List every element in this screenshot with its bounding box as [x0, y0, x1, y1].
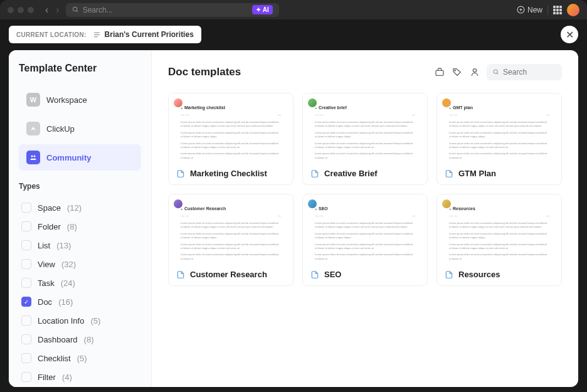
template-search-input[interactable] — [503, 68, 556, 77]
type-filter-folder[interactable]: Folder (8) — [19, 217, 141, 236]
main-content: Doc templates Marketing checklist ▪ ▪▪▪▪… — [152, 50, 578, 387]
search-icon — [72, 6, 79, 13]
type-label: Task — [38, 278, 55, 288]
type-filter-doc[interactable]: ✓ Doc (16) — [19, 292, 141, 311]
source-label: Workspace — [46, 95, 87, 105]
workspace-icon: W — [26, 93, 40, 107]
location-bar: CURRENT LOCATION: Brian's Current Priori… — [0, 19, 587, 50]
template-search[interactable] — [487, 64, 562, 80]
template-card-gtm-plan[interactable]: GMT plan ▪ ▪▪▪▪ ▪ ▪▪▪▪▪▪▪▪▪ Lorem ipsum … — [436, 93, 562, 185]
forward-button[interactable]: › — [55, 4, 60, 16]
apps-icon[interactable] — [553, 6, 562, 14]
svg-point-11 — [455, 70, 455, 71]
briefcase-icon[interactable] — [434, 66, 445, 78]
page-title: Doc templates — [168, 66, 428, 78]
type-filter-location-info[interactable]: Location Info (5) — [19, 311, 141, 330]
divider — [547, 5, 548, 15]
type-label: Filter — [38, 373, 56, 382]
topbar: ‹ › Search... ✦ AI New — [0, 0, 587, 19]
location-chip[interactable]: CURRENT LOCATION: Brian's Current Priori… — [9, 26, 201, 43]
checkbox[interactable] — [21, 372, 31, 382]
global-search[interactable]: Search... ✦ AI — [66, 3, 279, 17]
template-card-resources[interactable]: Resources ▪ ▪▪▪▪ ▪ ▪▪▪▪▪▪▪▪▪ Lorem ipsum… — [436, 194, 562, 286]
checkbox[interactable] — [21, 315, 31, 326]
type-label: Space — [38, 203, 61, 213]
svg-point-12 — [473, 69, 476, 72]
maximize-window[interactable] — [28, 7, 34, 13]
location-value: Brian's Current Priorities — [93, 30, 194, 39]
svg-rect-10 — [436, 70, 443, 75]
close-window[interactable] — [8, 7, 14, 13]
tag-icon[interactable] — [452, 66, 463, 78]
back-button[interactable]: ‹ — [44, 4, 50, 16]
type-count: (5) — [90, 316, 100, 326]
ai-badge[interactable]: ✦ AI — [252, 5, 273, 14]
doc-icon — [445, 169, 453, 178]
clickup-icon — [26, 122, 40, 135]
card-footer: Resources — [437, 263, 561, 285]
card-preview: Creative brief ▪ ▪▪▪▪ ▪ ▪▪▪▪▪▪▪▪▪ Lorem … — [303, 93, 427, 162]
checkbox[interactable]: ✓ — [21, 297, 31, 307]
card-preview: GMT plan ▪ ▪▪▪▪ ▪ ▪▪▪▪▪▪▪▪▪ Lorem ipsum … — [437, 93, 561, 162]
type-filter-space[interactable]: Space (12) — [19, 198, 141, 217]
template-card-seo[interactable]: SEO ▪ ▪▪▪▪ ▪ ▪▪▪▪▪▪▪▪▪ Lorem ipsum dolor… — [302, 194, 428, 286]
user-avatar[interactable] — [567, 4, 579, 16]
card-footer: Creative Brief — [303, 162, 427, 184]
templates-grid: Marketing checklist ▪ ▪▪▪▪ ▪ ▪▪▪▪▪▪▪▪▪ L… — [168, 93, 562, 286]
type-filter-task[interactable]: Task (24) — [19, 273, 141, 292]
list-icon — [93, 31, 101, 39]
close-button[interactable]: ✕ — [561, 26, 578, 43]
type-label: Checklist — [38, 354, 71, 363]
type-filter-view[interactable]: View (32) — [19, 255, 141, 273]
source-clickup[interactable]: ClickUp — [19, 115, 141, 142]
checkbox[interactable] — [21, 334, 31, 344]
checkbox[interactable] — [21, 259, 31, 269]
checkbox[interactable] — [21, 278, 31, 288]
card-footer: SEO — [303, 263, 427, 285]
card-preview: Resources ▪ ▪▪▪▪ ▪ ▪▪▪▪▪▪▪▪▪ Lorem ipsum… — [437, 194, 561, 263]
author-avatar — [172, 97, 184, 109]
type-filter-checklist[interactable]: Checklist (5) — [19, 349, 141, 368]
card-preview: SEO ▪ ▪▪▪▪ ▪ ▪▪▪▪▪▪▪▪▪ Lorem ipsum dolor… — [303, 194, 427, 263]
type-label: Dashboard — [38, 335, 78, 344]
source-workspace[interactable]: W Workspace — [19, 87, 141, 113]
new-button[interactable]: New — [517, 6, 542, 14]
checkbox[interactable] — [21, 221, 31, 231]
checkbox[interactable] — [21, 353, 31, 363]
person-icon[interactable] — [469, 66, 480, 78]
window-controls — [8, 7, 34, 13]
checkbox[interactable] — [21, 240, 31, 250]
community-icon — [26, 151, 40, 164]
svg-point-0 — [73, 7, 77, 11]
doc-icon — [310, 270, 319, 279]
card-footer: Marketing Checklist — [169, 162, 293, 184]
type-label: Location Info — [38, 316, 84, 326]
type-count: (16) — [58, 297, 73, 307]
type-filter-list[interactable]: List (13) — [19, 236, 141, 255]
types-header: Types — [19, 182, 141, 191]
type-filter-filter[interactable]: Filter (4) — [19, 368, 141, 386]
main-header: Doc templates — [168, 64, 562, 80]
author-avatar — [441, 198, 452, 209]
doc-icon — [176, 169, 185, 178]
source-label: Community — [46, 153, 92, 162]
svg-line-1 — [77, 11, 78, 12]
template-card-customer-research[interactable]: Customer Research ▪ ▪▪▪▪ ▪ ▪▪▪▪▪▪▪▪▪ Lor… — [168, 194, 294, 286]
minimize-window[interactable] — [18, 7, 24, 13]
card-footer: Customer Research — [169, 263, 293, 285]
author-avatar — [307, 97, 318, 109]
type-filter-dashboard[interactable]: Dashboard (8) — [19, 330, 141, 349]
type-count: (5) — [77, 354, 87, 363]
checkbox[interactable] — [21, 203, 31, 213]
svg-point-13 — [494, 70, 497, 73]
location-label: CURRENT LOCATION: — [16, 31, 87, 38]
template-card-creative-brief[interactable]: Creative brief ▪ ▪▪▪▪ ▪ ▪▪▪▪▪▪▪▪▪ Lorem … — [302, 93, 428, 185]
doc-icon — [445, 270, 453, 279]
type-label: View — [38, 260, 55, 269]
type-label: Folder — [38, 222, 61, 231]
search-placeholder: Search... — [83, 6, 248, 14]
source-label: ClickUp — [46, 124, 75, 134]
type-label: List — [38, 241, 50, 250]
source-community[interactable]: Community — [19, 144, 141, 171]
template-card-marketing-checklist[interactable]: Marketing checklist ▪ ▪▪▪▪ ▪ ▪▪▪▪▪▪▪▪▪ L… — [168, 93, 294, 185]
